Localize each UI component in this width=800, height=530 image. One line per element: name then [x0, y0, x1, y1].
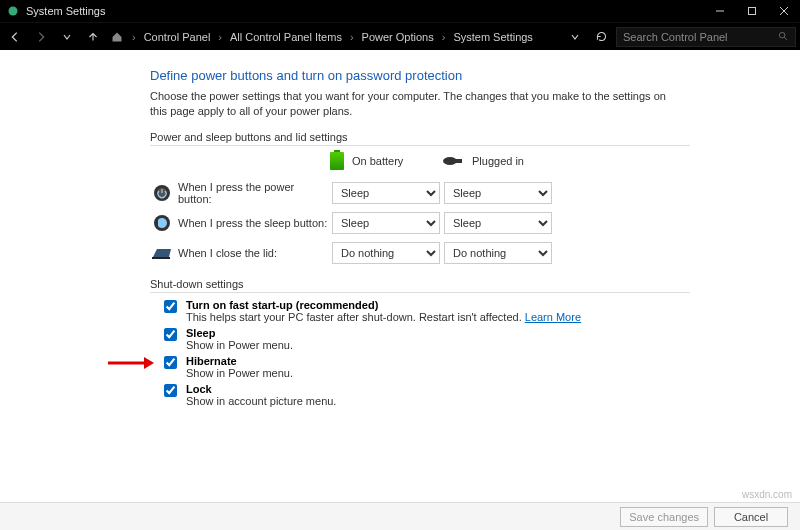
chevron-right-icon: ›	[132, 31, 136, 43]
row-close-lid-label: When I close the lid:	[178, 247, 328, 259]
section-shutdown-label: Shut-down settings	[150, 278, 690, 293]
svg-rect-12	[152, 257, 170, 259]
svg-point-0	[9, 7, 18, 16]
page-subtext: Choose the power settings that you want …	[150, 89, 690, 119]
col-on-battery: On battery	[330, 152, 438, 170]
svg-line-6	[784, 37, 787, 40]
up-button[interactable]	[82, 26, 104, 48]
row-close-lid: When I close the lid: Do nothing Do noth…	[150, 238, 690, 268]
column-headers: On battery Plugged in	[330, 152, 690, 170]
row-power-button: When I press the power button: Sleep Sle…	[150, 178, 690, 208]
row-sleep-button: When I press the sleep button: Sleep Sle…	[150, 208, 690, 238]
titlebar: System Settings	[0, 0, 800, 22]
svg-point-5	[779, 32, 785, 38]
lid-icon	[150, 245, 174, 261]
content-area: Define power buttons and turn on passwor…	[0, 50, 800, 502]
refresh-button[interactable]	[590, 26, 612, 48]
svg-rect-2	[749, 8, 756, 15]
row-power-button-label: When I press the power button:	[178, 181, 328, 205]
save-changes-button[interactable]: Save changes	[620, 507, 708, 527]
search-input[interactable]: Search Control Panel	[616, 27, 796, 47]
svg-point-7	[443, 157, 457, 165]
power-button-icon	[150, 183, 174, 203]
page-heading: Define power buttons and turn on passwor…	[150, 68, 690, 83]
cancel-button[interactable]: Cancel	[714, 507, 788, 527]
sleep-title: Sleep	[186, 327, 293, 339]
address-dropdown[interactable]	[564, 26, 586, 48]
chevron-right-icon: ›	[218, 31, 222, 43]
breadcrumb-item[interactable]: Power Options	[360, 31, 436, 43]
breadcrumb-item[interactable]: All Control Panel Items	[228, 31, 344, 43]
close-lid-battery-select[interactable]: Do nothing	[332, 242, 440, 264]
hibernate-checkbox[interactable]	[164, 356, 177, 369]
battery-icon	[330, 152, 344, 170]
window-title: System Settings	[26, 5, 105, 17]
plug-icon	[442, 155, 464, 167]
close-button[interactable]	[768, 0, 800, 22]
power-button-plugged-select[interactable]: Sleep	[444, 182, 552, 204]
home-icon[interactable]	[108, 26, 126, 48]
svg-marker-14	[144, 357, 154, 369]
learn-more-link[interactable]: Learn More	[525, 311, 581, 323]
breadcrumb-item[interactable]: System Settings	[451, 31, 534, 43]
recent-dropdown[interactable]	[56, 26, 78, 48]
fast-startup-checkbox[interactable]	[164, 300, 177, 313]
chevron-right-icon: ›	[442, 31, 446, 43]
sleep-button-battery-select[interactable]: Sleep	[332, 212, 440, 234]
sleep-checkbox[interactable]	[164, 328, 177, 341]
sleep-button-plugged-select[interactable]: Sleep	[444, 212, 552, 234]
sd-fast-startup: Turn on fast start-up (recommended) This…	[160, 299, 690, 323]
col-plugged-in: Plugged in	[442, 152, 550, 170]
lock-title: Lock	[186, 383, 336, 395]
sd-hibernate: Hibernate Show in Power menu.	[160, 355, 690, 379]
sd-lock: Lock Show in account picture menu.	[160, 383, 690, 407]
maximize-button[interactable]	[736, 0, 768, 22]
search-placeholder: Search Control Panel	[623, 31, 728, 43]
search-icon	[778, 31, 789, 42]
fast-startup-desc: This helps start your PC faster after sh…	[186, 311, 581, 323]
red-arrow-icon	[108, 357, 154, 369]
sleep-button-icon	[150, 213, 174, 233]
sleep-desc: Show in Power menu.	[186, 339, 293, 351]
footer: Save changes Cancel	[0, 502, 800, 530]
row-sleep-button-label: When I press the sleep button:	[178, 217, 328, 229]
section-power-sleep-label: Power and sleep buttons and lid settings	[150, 131, 690, 146]
chevron-right-icon: ›	[350, 31, 354, 43]
forward-button[interactable]	[30, 26, 52, 48]
app-icon	[6, 4, 20, 18]
watermark: wsxdn.com	[742, 489, 792, 500]
col-plugged-in-label: Plugged in	[472, 155, 524, 167]
power-button-battery-select[interactable]: Sleep	[332, 182, 440, 204]
svg-rect-8	[456, 159, 462, 163]
back-button[interactable]	[4, 26, 26, 48]
minimize-button[interactable]	[704, 0, 736, 22]
lock-checkbox[interactable]	[164, 384, 177, 397]
lock-desc: Show in account picture menu.	[186, 395, 336, 407]
hibernate-title: Hibernate	[186, 355, 293, 367]
sd-sleep: Sleep Show in Power menu.	[160, 327, 690, 351]
fast-startup-title: Turn on fast start-up (recommended)	[186, 299, 581, 311]
navbar: › Control Panel › All Control Panel Item…	[0, 22, 800, 50]
close-lid-plugged-select[interactable]: Do nothing	[444, 242, 552, 264]
col-on-battery-label: On battery	[352, 155, 403, 167]
hibernate-desc: Show in Power menu.	[186, 367, 293, 379]
breadcrumb-item[interactable]: Control Panel	[142, 31, 213, 43]
